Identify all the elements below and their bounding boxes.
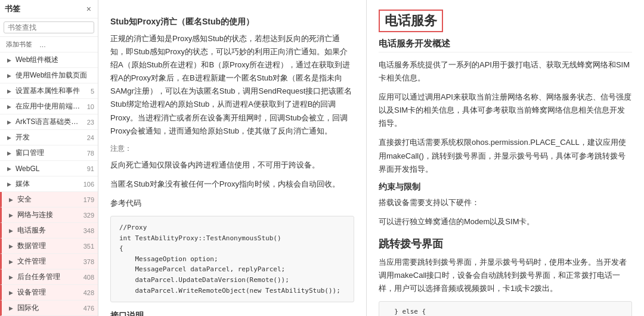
sidebar-item-file-mgmt[interactable]: ▶文件管理378 <box>0 254 98 269</box>
nav-item-label: 网络与连接 <box>17 210 81 220</box>
nav-item-label: 窗口管理 <box>16 148 85 158</box>
jump-title: 跳转拨号界面 <box>379 237 632 251</box>
nav-item-count: 348 <box>83 227 94 234</box>
nav-item-icon: ▶ <box>7 196 15 204</box>
nav-item-icon: ▶ <box>5 56 13 64</box>
nav-item-label: 电话服务 <box>17 225 81 236</box>
sidebar-close-button[interactable]: × <box>85 4 93 14</box>
nav-item-count: 91 <box>87 165 94 172</box>
doc-right-panel: 电话服务 电话服务开发概述 电话服务系统提供了一系列的API用于拨打电话、获取无… <box>367 0 644 316</box>
sidebar-item-dev[interactable]: ▶开发24 <box>0 130 98 145</box>
jump-desc: 当应用需要跳转到拨号界面，并显示拨号号码时，使用本业务。当开发者调用makeCa… <box>379 256 632 295</box>
sidebar-item-web-load[interactable]: ▶使用Web组件加载页面 <box>0 68 98 83</box>
nav-item-count: 408 <box>83 274 94 281</box>
nav-item-label: 在应用中使用前端页面JavaSc ript <box>16 101 85 111</box>
stub-para-1: 正规的消亡通知是Proxy感知Stub的状态，若想达到反向的死消亡通知，即Stu… <box>110 32 354 138</box>
nav-item-count: 10 <box>87 103 94 110</box>
constraint-title: 约束与限制 <box>379 182 632 193</box>
nav-item-icon: ▶ <box>7 211 15 219</box>
sidebar-item-port-mgmt[interactable]: ▶窗口管理78 <box>0 145 98 161</box>
nav-item-label: 后台任务管理 <box>17 272 81 282</box>
nav-item-icon: ▶ <box>7 273 15 281</box>
sidebar-item-i18n[interactable]: ▶国际化476 <box>0 300 98 316</box>
sidebar-toolbar: 添加书签 … <box>0 37 98 52</box>
nav-item-count: 329 <box>83 212 94 219</box>
nav-item-icon: ▶ <box>5 180 13 188</box>
nav-item-label: 安全 <box>17 194 81 205</box>
sidebar-header: 书签 × <box>0 0 98 18</box>
code-block-stub: //Proxy int TestAbilityProxy::TestAnonym… <box>110 216 354 302</box>
sidebar-title: 书签 <box>5 4 20 14</box>
nav-item-count: 179 <box>83 196 94 203</box>
nav-item-count: 476 <box>83 305 94 312</box>
nav-item-label: 媒体 <box>16 179 81 189</box>
api-section: 接口说明 call模块为开发者提供呼叫管理功能，observer模块为开发者提供… <box>110 311 354 316</box>
stub-note-1: 反向死亡通知仅限设备内跨进程通信使用，不可用于跨设备。 <box>110 159 354 172</box>
constraint-detail: 可以进行独立蜂窝通信的Modem以及SIM卡。 <box>379 215 632 228</box>
constraint-text: 搭载设备需要支持以下硬件： <box>379 196 632 209</box>
sidebar-item-web-components[interactable]: ▶Web组件概述 <box>0 52 98 68</box>
nav-item-label: WebGL <box>16 165 85 173</box>
nav-item-label: 设置基本属性和事件 <box>16 86 88 96</box>
sidebar-item-device-mgmt[interactable]: ▶设备管理428 <box>0 285 98 300</box>
stub-ref: 参考代码 <box>110 197 354 210</box>
right-intro-2: 应用可以通过调用API来获取当前注册网络名称、网络服务状态、信号强度以及SIM卡… <box>379 91 632 130</box>
sidebar-item-app-mainpage-js[interactable]: ▶在应用中使用前端页面JavaSc ript10 <box>0 99 98 114</box>
nav-item-count: 428 <box>83 289 94 296</box>
nav-item-label: 国际化 <box>17 303 81 313</box>
nav-item-icon: ▶ <box>5 72 13 80</box>
stub-note: 注意： <box>110 144 354 154</box>
nav-item-icon: ▶ <box>5 103 13 111</box>
nav-item-icon: ▶ <box>7 242 15 250</box>
nav-item-icon: ▶ <box>5 165 13 173</box>
sidebar-item-webgl[interactable]: ▶WebGL91 <box>0 161 98 176</box>
nav-item-count: 106 <box>83 181 94 188</box>
sidebar-item-security[interactable]: ▶安全179 <box>0 192 98 207</box>
sidebar-item-basic-events[interactable]: ▶设置基本属性和事件5 <box>0 83 98 99</box>
sidebar-item-telecom[interactable]: ▶电话服务348 <box>0 223 98 238</box>
sidebar-item-task-mgmt[interactable]: ▶后台任务管理408 <box>0 269 98 285</box>
nav-item-icon: ▶ <box>7 289 15 297</box>
sidebar-item-data-mgmt[interactable]: ▶数据管理351 <box>0 238 98 254</box>
nav-item-label: ArkTS语言基础类库概述 <box>16 117 85 127</box>
nav-item-icon: ▶ <box>7 227 15 235</box>
nav-item-count: 78 <box>87 150 94 157</box>
nav-item-label: 数据管理 <box>17 241 81 251</box>
nav-item-count: 23 <box>87 119 94 126</box>
nav-item-label: 文件管理 <box>17 256 81 267</box>
main-content: Stub知Proxy消亡（匿名Stub的使用） 正规的消亡通知是Proxy感知S… <box>98 0 644 316</box>
doc-left-panel: Stub知Proxy消亡（匿名Stub的使用） 正规的消亡通知是Proxy感知S… <box>98 0 367 316</box>
nav-list: ▶Web组件概述▶使用Web组件加载页面▶设置基本属性和事件5▶在应用中使用前端… <box>0 52 98 316</box>
code-block-right: } else { console.log("make call fail, er… <box>379 301 632 316</box>
nav-item-icon: ▶ <box>5 118 13 126</box>
nav-item-count: 351 <box>83 243 94 250</box>
sidebar-item-network[interactable]: ▶网络与连接329 <box>0 207 98 223</box>
sidebar: 书签 × 添加书签 … ▶Web组件概述▶使用Web组件加载页面▶设置基本属性和… <box>0 0 98 316</box>
sidebar-item-media[interactable]: ▶媒体106 <box>0 176 98 192</box>
add-bookmark-button[interactable]: 添加书签 <box>4 39 35 50</box>
nav-item-label: 使用Web组件加载页面 <box>16 70 94 80</box>
nav-item-icon: ▶ <box>5 87 13 95</box>
nav-item-icon: ▶ <box>7 304 15 312</box>
nav-item-label: 开发 <box>16 132 85 142</box>
right-intro-3: 直接拨打电话需要系统权限ohos.permission.PLACE_CALL，建… <box>379 136 632 175</box>
nav-item-label: Web组件概述 <box>16 55 94 65</box>
stub-section: Stub知Proxy消亡（匿名Stub的使用） 正规的消亡通知是Proxy感知S… <box>110 17 354 302</box>
right-subtitle: 电话服务开发概述 <box>379 38 632 52</box>
nav-item-count: 378 <box>83 258 94 265</box>
right-intro-1: 电话服务系统提供了一系列的API用于拨打电话、获取无线蜂窝网络和SIM卡相关信息… <box>379 58 632 85</box>
search-bar <box>0 18 98 37</box>
stub-note-2: 当匿名Stub对象没有被任何一个Proxy指向时候，内核会自动回收。 <box>110 178 354 191</box>
stub-title: Stub知Proxy消亡（匿名Stub的使用） <box>110 17 354 27</box>
nav-item-count: 5 <box>91 88 94 95</box>
nav-item-label: 设备管理 <box>17 287 81 298</box>
api-title: 接口说明 <box>110 311 354 316</box>
more-options-button[interactable]: … <box>37 40 48 49</box>
search-input[interactable] <box>4 21 94 33</box>
sidebar-item-arkts-base[interactable]: ▶ArkTS语言基础类库概述23 <box>0 114 98 130</box>
nav-item-icon: ▶ <box>5 134 13 142</box>
nav-item-icon: ▶ <box>7 258 15 266</box>
nav-item-count: 24 <box>87 134 94 141</box>
right-main-title: 电话服务 <box>379 10 443 32</box>
nav-item-icon: ▶ <box>5 149 13 157</box>
